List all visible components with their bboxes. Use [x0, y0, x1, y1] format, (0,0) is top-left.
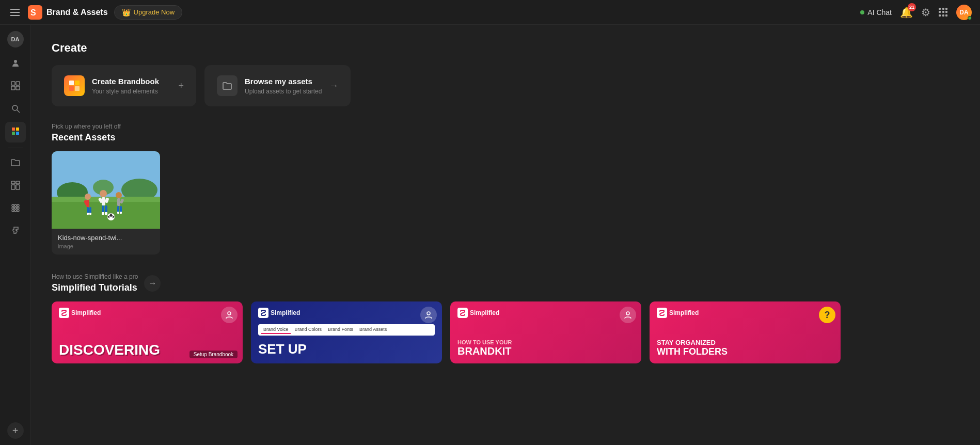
- kids-soccer-image: [52, 151, 160, 229]
- tutorial-4-question-icon: ?: [819, 307, 835, 323]
- tutorial-1-tag: Setup Brandbook: [189, 351, 238, 358]
- create-brandbook-subtitle: Your style and elements: [92, 88, 159, 95]
- create-brandbook-card[interactable]: Create Brandbook Your style and elements…: [52, 65, 196, 106]
- svg-rect-53: [120, 212, 122, 214]
- tutorial-card-folders[interactable]: Simplified STAY ORGANIZED WITH FOLDERS ?: [650, 301, 841, 363]
- svg-point-56: [427, 312, 430, 315]
- tab-brand-voice: Brand Voice: [261, 326, 291, 334]
- browse-assets-title: Browse my assets: [245, 77, 322, 86]
- sidebar-avatar[interactable]: DA: [7, 31, 24, 47]
- svg-point-55: [228, 312, 231, 315]
- user-avatar[interactable]: DA: [956, 5, 972, 20]
- add-icon: +: [12, 425, 19, 437]
- hamburger-menu[interactable]: [8, 7, 22, 18]
- tutorials-subtitle: How to use Simplified like a pro: [52, 273, 138, 280]
- tutorial-2-big-text: SET UP: [258, 341, 435, 357]
- svg-point-18: [17, 207, 19, 209]
- svg-point-14: [14, 204, 17, 206]
- sidebar-item-search[interactable]: [5, 99, 26, 120]
- tutorial-3-brandkit-text: BRANDKIT: [457, 345, 634, 357]
- svg-point-2: [14, 60, 17, 63]
- notifications-button[interactable]: 🔔 21: [900, 6, 913, 19]
- svg-point-19: [12, 210, 14, 212]
- create-brandbook-text: Create Brandbook Your style and elements: [92, 77, 159, 95]
- topnav: S Brand & Assets 👑 Upgrade Now AI Chat 🔔…: [0, 0, 980, 25]
- tutorials-title: Simplified Tutorials: [52, 282, 138, 293]
- projects-icon: [10, 180, 21, 193]
- tutorial-4-folders-text: WITH FOLDERS: [657, 346, 833, 357]
- svg-rect-44: [105, 205, 107, 213]
- avatar-online-indicator: [968, 16, 972, 20]
- svg-rect-46: [105, 212, 107, 215]
- sidebar-item-projects[interactable]: [5, 176, 26, 197]
- simplified-logo-s: [59, 308, 69, 318]
- sidebar-add-button[interactable]: +: [7, 422, 24, 439]
- tutorial-3-content: Simplified HOW TO USE YOUR BRANDKIT: [450, 301, 641, 363]
- browse-assets-card[interactable]: Browse my assets Upload assets to get st…: [204, 65, 351, 106]
- settings-button[interactable]: ⚙: [921, 6, 930, 19]
- ai-status-dot: [860, 10, 864, 14]
- sidebar: DA: [0, 25, 31, 445]
- svg-line-8: [17, 110, 20, 113]
- svg-rect-36: [89, 207, 91, 213]
- upgrade-button[interactable]: 👑 Upgrade Now: [114, 5, 183, 20]
- create-cards-container: Create Brandbook Your style and elements…: [52, 65, 959, 106]
- asset-card-kids[interactable]: Kids-now-spend-twi... image: [52, 151, 160, 255]
- svg-point-16: [12, 207, 14, 209]
- tab-brand-assets: Brand Assets: [357, 326, 389, 334]
- tutorial-card-setup[interactable]: Simplified Brand Voice Brand Colors Bran…: [251, 301, 442, 363]
- brand-logo: S Brand & Assets: [28, 5, 108, 20]
- svg-point-57: [626, 312, 629, 315]
- crown-icon: 👑: [122, 8, 131, 17]
- sidebar-item-brand[interactable]: [5, 122, 26, 142]
- ai-chat-button[interactable]: AI Chat: [860, 8, 892, 17]
- svg-rect-22: [69, 81, 74, 85]
- tutorial-1-brand-name: Simplified: [71, 309, 101, 316]
- asset-thumbnail: [52, 151, 160, 229]
- notif-badge: 21: [908, 3, 916, 11]
- svg-rect-48: [117, 198, 120, 206]
- svg-point-17: [14, 207, 17, 209]
- sidebar-item-apps[interactable]: [5, 199, 26, 219]
- svg-rect-50: [117, 206, 119, 212]
- sidebar-item-templates[interactable]: [5, 76, 26, 97]
- sidebar-item-folders[interactable]: [5, 153, 26, 174]
- tutorial-3-brand: Simplified: [457, 308, 634, 318]
- brand-icon: [10, 126, 21, 139]
- ai-chat-label: AI Chat: [867, 8, 892, 17]
- svg-rect-10: [16, 181, 20, 184]
- svg-text:S: S: [30, 8, 36, 17]
- team-icon: [10, 58, 21, 71]
- tutorial-1-content: Simplified DISCOVERING Setup Brandbook: [52, 301, 243, 363]
- svg-rect-9: [11, 181, 15, 184]
- topnav-right: AI Chat 🔔 21 ⚙ DA: [860, 5, 972, 20]
- tutorials-next-button[interactable]: →: [144, 275, 161, 292]
- svg-rect-3: [11, 82, 15, 85]
- tutorial-4-logo-s: [657, 308, 667, 318]
- svg-rect-52: [117, 212, 119, 214]
- tutorial-1-person-icon: [221, 307, 238, 323]
- main-content: Create Create Brandbook Your style and e…: [31, 25, 980, 445]
- svg-point-21: [17, 210, 19, 212]
- assets-grid: Kids-now-spend-twi... image: [52, 151, 959, 255]
- svg-point-32: [85, 194, 91, 200]
- asset-name: Kids-now-spend-twi...: [58, 234, 154, 242]
- search-icon: [10, 103, 21, 116]
- tutorial-card-brandkit[interactable]: Simplified HOW TO USE YOUR BRANDKIT: [450, 301, 641, 363]
- recent-title: Recent Assets: [52, 132, 959, 143]
- sidebar-item-team[interactable]: [5, 54, 26, 74]
- tutorial-card-discovering[interactable]: Simplified DISCOVERING Setup Brandbook: [52, 301, 243, 363]
- templates-icon: [10, 81, 21, 93]
- sidebar-item-plugins[interactable]: [5, 221, 26, 242]
- tutorials-grid: Simplified DISCOVERING Setup Brandbook: [52, 301, 959, 363]
- topnav-left: S Brand & Assets 👑 Upgrade Now: [8, 5, 182, 20]
- upgrade-label: Upgrade Now: [134, 8, 175, 16]
- browse-assets-subtitle: Upload assets to get started: [245, 88, 322, 95]
- asset-info: Kids-now-spend-twi... image: [52, 229, 160, 255]
- folder-icon: [10, 157, 21, 170]
- tutorial-2-logo-s: [258, 308, 268, 318]
- main-layout: DA: [0, 25, 980, 445]
- create-title: Create: [52, 41, 959, 55]
- svg-rect-25: [75, 86, 80, 91]
- apps-grid-button[interactable]: [939, 8, 948, 17]
